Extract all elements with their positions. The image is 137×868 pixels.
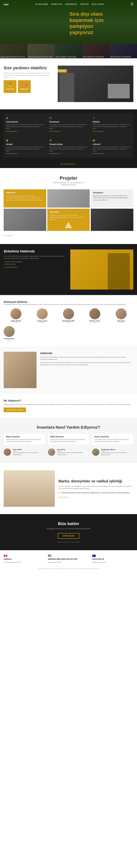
service-dev-title: Gelişim (92, 121, 131, 123)
strategy-medal: 🏅 STRATEJİSİ (4, 80, 17, 93)
brand-link[interactable]: Tüm nesiller → (58, 496, 70, 498)
service-ecommerce-title: e-ticaret (92, 143, 131, 145)
service-social-title: Sosyal medya (49, 143, 88, 145)
about-title: Hakkımda (40, 352, 133, 354)
service-web-desc: Lorem ipsum dolor sit amet consectetur. … (6, 124, 45, 130)
test-name-1: Paul Smiith (13, 449, 45, 451)
company-text: Şirketimiz Hakkında Lorem ipsum dolor si… (4, 249, 67, 289)
service-social-link[interactable]: Daha fazla görün → (49, 153, 88, 154)
join-cta-button[interactable]: GÖRÜŞELİM (58, 533, 79, 539)
test-name-2: Sara Perry (57, 449, 89, 451)
company-bullet-1: 3 yılda bir Telefon Kullanışlı (4, 261, 67, 262)
nav-links: İŞ YAKLAŞIMI HİZMETLER HAKKIMIZDA KARİYE… (35, 3, 104, 5)
hero-thumb-3: Marka, deneyimler ve radikal işbirliği (55, 44, 82, 58)
medals: 🏅 STRATEJİSİ 🎯 HEDEFLERİ (4, 80, 54, 93)
help-section: Size yardımcı olabiliriz SAMPLE TEXT, SA… (0, 58, 137, 110)
team-member-6: Tenziel Soner Çalışan (4, 326, 15, 341)
company-title: Şirketimiz Hakkında (4, 249, 67, 253)
testimonial-avatar-1 (4, 448, 11, 456)
join-section: Bize katılın Herhangi bir sorunuz mu var… (0, 514, 137, 550)
testimonial-avatar-2 (48, 448, 55, 456)
hero-section: Sıra dışı olanı başarmak için şampiyon y… (0, 0, 137, 58)
footer: 🇨🇦 KANADA Canmore, Alberta T1W 2T2 🇺🇸 AM… (0, 550, 137, 571)
how-title: İnsanlara Nasıl Yardım Ediyoruz? (4, 425, 133, 430)
nav-link-3[interactable]: HAKKIMIZDA (65, 3, 77, 5)
nav-link-5[interactable]: BİZE ULAŞIN (92, 3, 104, 5)
service-marketing-link[interactable]: Daha fazla görün → (49, 130, 88, 132)
service-dev-link[interactable]: Daha fazla görün → (92, 130, 131, 132)
project-hands-image (47, 189, 90, 208)
service-ecommerce-link[interactable]: Daha fazla görün → (92, 153, 131, 154)
team-member-1: Adam Simms Yetkili (4, 308, 28, 323)
service-web-link[interactable]: Daha fazla görün → (6, 130, 45, 132)
about-image (4, 352, 36, 388)
project-strategy-text: Başarıya giden yolda sizinle birlikte yü… (93, 195, 131, 201)
footer-america: 🇺🇸 AMERİKA BİRLEŞİK DEVLETLERİ New York … (48, 554, 89, 563)
service-strategy-link[interactable]: Daha fazla görün → (6, 153, 45, 154)
hero-content: Sıra dışı olanı başarmak için şampiyon y… (70, 11, 132, 35)
test-name-3: Rasheeda erikson (101, 449, 133, 451)
canada-flag-icon: 🇨🇦 (4, 554, 45, 557)
all-services-link[interactable]: Tüm hizmetleri görün → (60, 163, 77, 165)
project-person-image (91, 209, 133, 231)
hero-thumb-label-2: Başarıya giden yolda sizinle bir adım öt… (28, 56, 54, 58)
test-role-1: İşletme (13, 451, 45, 452)
how-card-1-text: Lorem ipsum dolor sit amet consectetur a… (6, 438, 43, 442)
testimonial-1: Paul Smiith İşletme Lorem ipsum dolor si… (4, 448, 45, 456)
about-para-1: Lorem ipsum dolor sit amet consectetur. … (40, 356, 133, 361)
footer-australia-address: Melbourne VIC 3000 (92, 561, 133, 563)
help-image: CONTENT (58, 66, 133, 102)
team-title: Muhteşem Ekibimiz (4, 301, 133, 303)
hero-thumb-2: Başarıya giden yolda sizinle bir adım öt… (27, 44, 55, 58)
project-mission-title: Görevimiz (50, 211, 88, 213)
nav-logo: logo (4, 3, 8, 6)
nav-link-2[interactable]: HİZMETLER (51, 3, 62, 5)
services-section: ◈ web tasarımı Lorem ipsum dolor sit ame… (0, 110, 137, 161)
member-name-3: Rasheeda Çifte (56, 320, 81, 322)
nav-link-4[interactable]: KARİYER (80, 3, 89, 5)
about-text: Hakkımda Lorem ipsum dolor sit amet cons… (40, 352, 133, 388)
project-strategy-title: Stratejimiz (93, 191, 131, 194)
project-office-image (4, 209, 46, 231)
join-title: Bize katılın (4, 521, 133, 526)
footer-america-title: AMERİKA BİRLEŞİK DEVLETLERİ (48, 558, 89, 560)
how-card-3-text: Lorem ipsum dolor sit amet consectetur a… (94, 438, 131, 442)
australia-flag-icon: 🇦🇺 (92, 554, 133, 557)
hamburger-icon[interactable]: ☰ (131, 2, 133, 6)
projects-all-link[interactable]: Tüm nesiller → (4, 235, 15, 237)
project-about-card: Hakkımda İş yerinde her gün yeni hedefle… (4, 189, 46, 208)
footer-america-address: New York DE 19308 (48, 561, 89, 563)
company-section: Şirketimiz Hakkında Lorem ipsum dolor si… (0, 244, 137, 295)
hero-thumb-label-3: Marka, deneyimler ve radikal işbirliği (56, 56, 76, 58)
company-image (70, 249, 133, 289)
brand-image (4, 470, 55, 507)
member-role-1: Yetkili (4, 322, 28, 323)
goals-medal: 🎯 HEDEFLERİ (18, 80, 31, 93)
member-name-1: Adam Simms (4, 320, 28, 322)
test-role-2: Çalışan (57, 451, 89, 452)
help-text: Size yardımcı olabiliriz SAMPLE TEXT, SA… (4, 66, 54, 102)
team-section: Muhteşem Ekibimiz Lorem ipsum dolor sit … (0, 295, 137, 346)
project-about-text: İş yerinde her gün yeni hedefler ve mark… (6, 195, 44, 201)
avatar-1 (10, 308, 21, 319)
company-person-silhouette (108, 253, 130, 289)
ecommerce-icon: ◉ (92, 138, 131, 142)
how-card-3: Yaratıcı Çözümler Lorem ipsum dolor sit … (91, 433, 133, 445)
service-marketing-desc: Lorem ipsum dolor sit amet consectetur. … (49, 124, 88, 130)
avatar-6 (4, 326, 15, 337)
service-marketing: ◎ Pazarlama Lorem ipsum dolor sit amet c… (47, 113, 90, 135)
what-read-more-button[interactable]: DAHA FAZLA OKU (4, 407, 26, 412)
how-card-2-title: Dijital Dönüşüm (50, 436, 87, 438)
nav-link-1[interactable]: İŞ YAKLAŞIMI (35, 3, 48, 5)
service-strategy-title: strateji (6, 143, 45, 145)
member-name-5: paul perry (109, 320, 133, 322)
projects-section: Projeler "Aklına getirdiğin her şeyi yap… (0, 168, 137, 244)
member-role-6: Çalışan (4, 340, 15, 341)
what-title: Ne Yapıyoruz? (4, 399, 133, 402)
hero-thumb-label-4: Marka, deneyimler ve radikal işbirliği (83, 56, 104, 58)
brand-para: İçin en iyi yaklaşım, not: işbirliğiniz … (58, 485, 133, 490)
test-text-3: Lorem ipsum dolor sit amet consectetur a… (101, 452, 133, 456)
help-sample-text: SAMPLE TEXT, SAMPLE TEXT CLICK HERE OR D… (4, 72, 54, 79)
brand-text: Marka, deneyimler ve radikal işbirliği İ… (58, 479, 133, 498)
web-icon: ◈ (6, 116, 45, 120)
